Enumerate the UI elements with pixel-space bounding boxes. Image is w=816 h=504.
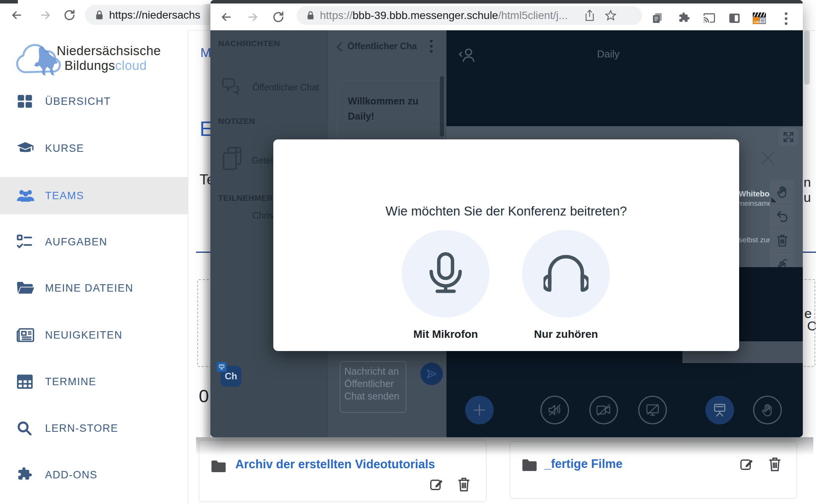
cast-icon[interactable] <box>703 12 715 24</box>
side-panel-icon[interactable] <box>728 12 741 24</box>
graduation-cap-icon <box>16 140 36 157</box>
logo-text-line1: Niedersächsische <box>57 43 161 58</box>
bbb-browser-window: https://bbb-39.bbb.messenger.schule/html… <box>210 0 803 437</box>
bbb-client: NACHRICHTEN Öffentlicher Chat NOTIZEN Ge… <box>210 30 803 437</box>
people-icon <box>16 188 36 204</box>
chat-back-icon[interactable] <box>335 41 344 53</box>
sidebar-label: NEUIGKEITEN <box>45 329 123 341</box>
avatar-initials: Ch <box>225 371 237 382</box>
url-bar[interactable]: https://bbb-39.bbb.messenger.schule/html… <box>297 6 642 25</box>
sidebar-label: ADD-ONS <box>45 469 97 481</box>
chat-bubbles-icon <box>221 76 241 96</box>
card-archiv-title[interactable]: Archiv der erstellten Videotutorials <box>235 457 435 471</box>
url-text: https://bbb-39.bbb.messenger.schule/html… <box>320 9 568 22</box>
bg-fragment-nu: n u <box>804 175 816 205</box>
mute-button[interactable] <box>540 396 569 424</box>
undo-button[interactable] <box>770 204 795 229</box>
sidebar-item-add-ons[interactable]: ADD-ONS <box>0 456 188 494</box>
window-shadow-left <box>202 4 210 437</box>
screenshare-button[interactable] <box>638 396 667 424</box>
bg-scrollbar[interactable] <box>804 30 810 85</box>
reload-icon[interactable] <box>63 9 76 22</box>
sidebar-label: LERN-STORE <box>45 422 118 434</box>
presenter-badge-icon <box>217 362 227 372</box>
chat-options-icon[interactable] <box>430 39 433 54</box>
actions-plus-button[interactable] <box>465 396 494 424</box>
lock-icon <box>95 10 104 20</box>
whiteboard-button[interactable] <box>705 396 734 424</box>
sidebar-item-kurse[interactable]: KURSE <box>0 130 188 167</box>
edit-icon[interactable] <box>429 477 444 492</box>
copy-docs-extension-icon[interactable] <box>651 12 664 24</box>
chat-panel-title: Öffentlicher Cha <box>347 41 417 52</box>
participant-name: Chris <box>252 210 273 221</box>
menu-dots-icon[interactable] <box>784 12 788 25</box>
close-icon[interactable] <box>759 149 776 167</box>
slide-text-selbst-zum: selbst zum <box>739 236 774 244</box>
toggle-userlist-icon[interactable] <box>458 46 477 64</box>
join-with-microphone-button[interactable] <box>402 230 490 318</box>
webcam-button[interactable] <box>589 396 618 424</box>
reload-icon[interactable] <box>272 10 285 24</box>
window-shadow <box>196 437 813 455</box>
screen: M E Te n u e C 0 Archiv der erstellten V… <box>0 0 816 504</box>
card-fertige-title[interactable]: _fertige Filme <box>544 457 623 471</box>
notes-header: NOTIZEN <box>218 116 255 126</box>
listen-only-button[interactable] <box>522 230 610 318</box>
edit-icon[interactable] <box>739 457 754 472</box>
sidebar-item-uebersicht[interactable]: ÜBERSICHT <box>0 83 188 120</box>
magnifier-icon <box>16 420 36 436</box>
fullscreen-icon[interactable] <box>779 128 798 146</box>
sidebar-item-meine-dateien[interactable]: MEINE DATEIEN <box>0 269 188 307</box>
back-icon[interactable] <box>220 10 233 24</box>
meeting-title: Daily <box>597 48 620 60</box>
url-text: https://niedersachs <box>109 9 200 21</box>
public-chat-item[interactable]: Öffentlicher Chat <box>210 73 328 104</box>
puzzle-icon <box>16 467 36 483</box>
modal-title: Wie möchten Sie der Konferenz beitreten? <box>273 204 739 219</box>
forward-icon[interactable] <box>39 9 52 22</box>
bildungscloud-logo[interactable]: Niedersächsische Bildungscloud <box>14 36 169 79</box>
raise-hand-button[interactable] <box>753 396 782 424</box>
lock-icon <box>307 11 314 20</box>
folder-open-icon <box>16 280 36 296</box>
table-icon <box>16 374 36 389</box>
welcome-text: Willkommen zu Daily! <box>338 80 444 124</box>
delete-icon[interactable] <box>457 477 471 492</box>
send-message-button[interactable] <box>420 363 443 385</box>
share-icon[interactable] <box>585 10 595 21</box>
sidebar-label: ÜBERSICHT <box>45 96 111 108</box>
sidebar-item-teams[interactable]: TEAMS <box>0 177 188 214</box>
clear-whiteboard-button[interactable] <box>770 229 795 253</box>
listen-option-label: Nur zuhören <box>522 328 610 341</box>
extensions-puzzle-icon[interactable] <box>678 12 690 24</box>
messages-header: NACHRICHTEN <box>218 39 280 48</box>
forward-icon[interactable] <box>246 10 259 24</box>
foreground-browser-toolbar: https://bbb-39.bbb.messenger.schule/html… <box>210 3 803 31</box>
hand-tool-button[interactable] <box>770 180 795 204</box>
app-sidebar: Niedersächsische Bildungscloud ÜBERSICHT… <box>0 30 188 504</box>
join-audio-modal: Wie möchten Sie der Konferenz beitreten?… <box>273 139 739 351</box>
sidebar-item-lern-store[interactable]: LERN-STORE <box>0 410 188 447</box>
svg-text:CAG: CAG <box>754 20 761 24</box>
bookmark-star-icon[interactable] <box>605 10 616 21</box>
shared-notes-icon <box>222 146 242 172</box>
sidebar-item-termine[interactable]: TERMINE <box>0 363 188 400</box>
folder-icon <box>211 460 226 473</box>
sidebar-label: TERMINE <box>45 376 96 388</box>
clapperboard-extension-icon[interactable]: CAG <box>752 12 766 24</box>
back-icon[interactable] <box>10 9 23 22</box>
sidebar-label: AUFGABEN <box>45 236 108 248</box>
chat-scrollbar[interactable] <box>440 76 444 137</box>
grid-icon <box>16 93 36 110</box>
newspaper-icon <box>16 327 36 343</box>
delete-icon[interactable] <box>768 457 782 472</box>
mic-option-label: Mit Mikrofon <box>402 328 490 341</box>
sidebar-item-neuigkeiten[interactable]: NEUIGKEITEN <box>0 316 188 354</box>
chat-message-input[interactable]: Nachricht an Öffentlicher Chat senden <box>340 361 406 413</box>
sidebar-item-aufgaben[interactable]: AUFGABEN <box>0 223 188 261</box>
slide-text-gemeinsame: meinsame <box>738 199 772 208</box>
public-chat-label: Öffentlicher Chat <box>252 82 319 93</box>
sidebar-label: TEAMS <box>45 190 84 202</box>
tool-options-indicator <box>771 197 776 202</box>
